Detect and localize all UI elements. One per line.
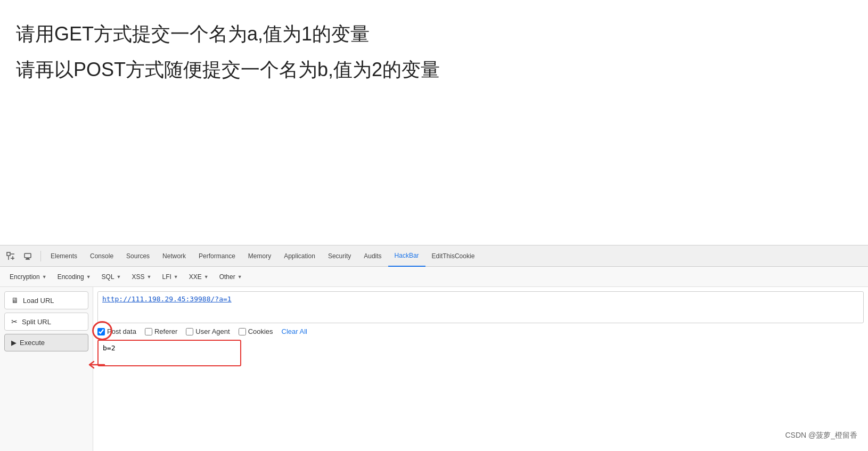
- referer-checkbox[interactable]: [145, 328, 152, 335]
- execute-icon: ▶: [11, 339, 17, 347]
- split-url-button[interactable]: ✂ Split URL: [4, 313, 88, 331]
- sql-dropdown[interactable]: SQL ▼: [97, 271, 126, 283]
- url-input[interactable]: [97, 291, 864, 323]
- post-data-checkbox-label[interactable]: Post data: [97, 327, 136, 335]
- tab-sources[interactable]: Sources: [120, 245, 156, 267]
- encoding-arrow-icon: ▼: [86, 274, 91, 280]
- tab-application[interactable]: Application: [277, 245, 322, 267]
- clear-all-button[interactable]: Clear All: [282, 327, 307, 335]
- lfi-dropdown[interactable]: LFI ▼: [158, 271, 182, 283]
- post-data-input[interactable]: [97, 340, 241, 366]
- user-agent-checkbox-label[interactable]: User Agent: [186, 327, 230, 335]
- execute-button[interactable]: ▶ Execute: [4, 334, 88, 351]
- hackbar-content: Post data Referer User Agent Cookies Cle…: [93, 287, 868, 451]
- load-url-icon: 🖥: [11, 296, 19, 305]
- xxe-arrow-icon: ▼: [204, 274, 209, 280]
- tab-elements[interactable]: Elements: [44, 245, 84, 267]
- svg-rect-1: [24, 253, 31, 258]
- encoding-dropdown[interactable]: Encoding ▼: [53, 271, 95, 283]
- svg-rect-0: [7, 252, 10, 256]
- tab-editthiscookie[interactable]: EditThisCookie: [425, 245, 481, 267]
- csdn-watermark: CSDN @菠萝_橙留香: [785, 431, 857, 440]
- user-agent-checkbox[interactable]: [186, 328, 193, 335]
- other-arrow-icon: ▼: [238, 274, 242, 280]
- other-dropdown[interactable]: Other ▼: [215, 271, 247, 283]
- tab-performance[interactable]: Performance: [192, 245, 242, 267]
- tab-divider: [40, 251, 41, 261]
- tab-security[interactable]: Security: [322, 245, 357, 267]
- hackbar-body: 🖥 Load URL ✂ Split URL ▶ Execute: [0, 287, 868, 451]
- load-url-button[interactable]: 🖥 Load URL: [4, 291, 88, 309]
- hackbar-sidebar: 🖥 Load URL ✂ Split URL ▶ Execute: [0, 287, 93, 451]
- tab-audits[interactable]: Audits: [357, 245, 388, 267]
- inspect-icon[interactable]: [3, 249, 18, 264]
- xxe-dropdown[interactable]: XXE ▼: [185, 271, 213, 283]
- device-icon[interactable]: [20, 249, 35, 264]
- instruction-line-2: 请再以POST方式随便提交一个名为b,值为2的变量: [16, 57, 852, 83]
- hackbar-toolbar: Encryption ▼ Encoding ▼ SQL ▼ XSS ▼ LFI …: [0, 267, 868, 287]
- tab-hackbar[interactable]: HackBar: [388, 245, 425, 267]
- encryption-arrow-icon: ▼: [42, 274, 47, 280]
- checkboxes-row: Post data Referer User Agent Cookies Cle…: [97, 327, 864, 335]
- main-content: 请用GET方式提交一个名为a,值为1的变量 请再以POST方式随便提交一个名为b…: [0, 0, 868, 245]
- tab-memory[interactable]: Memory: [242, 245, 277, 267]
- devtools-tab-bar: Elements Console Sources Network Perform…: [0, 245, 868, 267]
- encryption-dropdown[interactable]: Encryption ▼: [5, 271, 51, 283]
- referer-checkbox-label[interactable]: Referer: [145, 327, 177, 335]
- post-data-checkbox[interactable]: [97, 328, 105, 335]
- devtools-panel: Elements Console Sources Network Perform…: [0, 245, 868, 451]
- tab-console[interactable]: Console: [84, 245, 120, 267]
- instruction-line-1: 请用GET方式提交一个名为a,值为1的变量: [16, 21, 852, 47]
- split-url-icon: ✂: [11, 317, 18, 326]
- lfi-arrow-icon: ▼: [174, 274, 178, 280]
- xss-arrow-icon: ▼: [147, 274, 152, 280]
- sql-arrow-icon: ▼: [117, 274, 121, 280]
- xss-dropdown[interactable]: XSS ▼: [128, 271, 156, 283]
- tab-network[interactable]: Network: [156, 245, 192, 267]
- cookies-checkbox[interactable]: [239, 328, 246, 335]
- cookies-checkbox-label[interactable]: Cookies: [239, 327, 273, 335]
